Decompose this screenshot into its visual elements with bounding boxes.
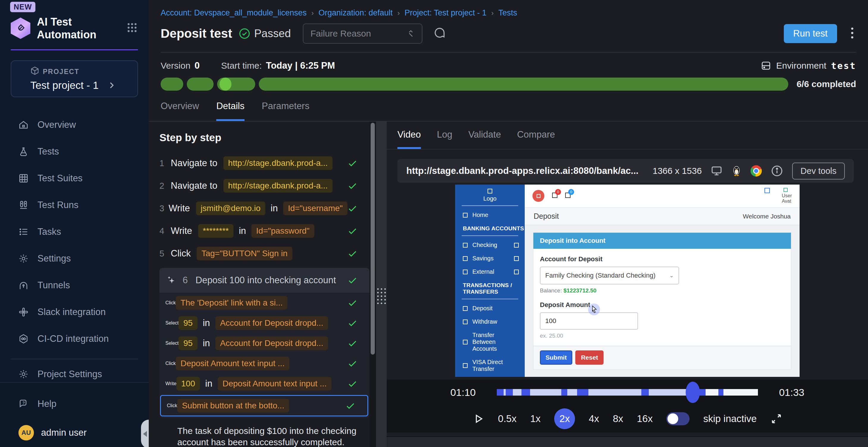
progress-segment[interactable] [217,77,255,91]
tab-validate[interactable]: Validate [468,129,501,149]
playhead[interactable] [686,382,700,403]
step-row[interactable]: 4 Write ******** in Id="password" [159,220,369,242]
notification-icon[interactable]: 0 [552,193,557,199]
step-row[interactable]: 3 Write jsmith@demo.io in Id="username" [159,197,369,220]
project-name: Test project - 1 [30,79,99,91]
step-value-chip[interactable]: ******** [198,224,234,238]
panel-resize-handle[interactable] [376,122,387,447]
sidebar-item-settings[interactable]: Settings [0,245,149,272]
sidebar-item-tunnels[interactable]: Tunnels [0,272,149,299]
comment-bubble-icon[interactable] [433,27,445,40]
sidebar-item-cicd-integration[interactable]: CI-CD integration [0,325,149,352]
substep-row[interactable]: Select 95 in Account for Deposit dropd..… [159,313,369,333]
breadcrumb-account[interactable]: Account: Devspace_all_module_licenses [161,8,307,18]
user-menu[interactable]: AU admin user [0,417,149,441]
step-value-chip[interactable]: jsmith@demo.io [196,202,265,215]
tab-details[interactable]: Details [216,101,245,121]
dev-tools-button[interactable]: Dev tools [792,163,845,179]
breadcrumb-organization[interactable]: Organization: default [318,8,393,18]
settings-icon[interactable] [765,188,770,195]
substep-row[interactable]: Click Deposit Amount text input ... [159,353,369,374]
bank-nav-withdraw[interactable]: Withdraw [455,315,525,329]
step-selector-chip[interactable]: Account for Deposit dropd... [215,337,328,350]
play-icon[interactable] [472,413,484,425]
speed-4x[interactable]: 4x [589,413,599,424]
step-selector-chip[interactable]: Id="username" [283,202,347,215]
sidebar-item-overview[interactable]: Overview [0,111,149,138]
breadcrumb-tests[interactable]: Tests [499,8,517,18]
account-select[interactable]: Family Checking (Standard Checking) ⌄ [540,267,679,284]
steps-scrollbar[interactable] [369,122,376,447]
step-selector-chip[interactable]: Submit button at the botto... [177,399,289,413]
speed-16x[interactable]: 16x [637,413,653,424]
substep-row-selected[interactable]: Click Submit button at the botto... [160,395,368,416]
step-value-chip[interactable]: http://stage.dbank.prod-a... [223,179,333,193]
speed-0-5x[interactable]: 0.5x [498,413,517,424]
step-row[interactable]: 5 Click Tag="BUTTON" Sign in [159,242,369,265]
user-avatar-broken[interactable]: User Avat [782,188,792,204]
bank-nav-savings[interactable]: Savings [455,252,525,265]
deposit-amount-input[interactable]: 100 [540,312,638,330]
sidebar-item-slack-integration[interactable]: Slack integration [0,299,149,325]
tab-overview[interactable]: Overview [161,101,199,121]
progress-segment[interactable] [161,77,183,91]
speed-2x[interactable]: 2x [554,408,575,429]
substep-row[interactable]: Select 95 in Account for Deposit dropd..… [159,333,369,353]
bank-nav-visa[interactable]: VISA Direct Transfer [455,355,525,376]
scrollbar-thumb[interactable] [371,123,375,354]
step-selector-chip[interactable]: Deposit Amount text input ... [176,357,289,370]
sidebar-item-tasks[interactable]: Tasks [0,218,149,245]
substep-row[interactable]: Click The 'Deposit' link with a si... [159,293,369,313]
select-carets-icon [407,29,415,38]
step-value-chip[interactable]: 95 [179,337,197,350]
help-button[interactable]: ? Help [0,390,149,417]
bank-nav-deposit[interactable]: Deposit [455,302,525,315]
sidebar-collapse-handle[interactable] [141,420,149,447]
sidebar-item-test-suites[interactable]: Test Suites [0,165,149,192]
tab-log[interactable]: Log [437,129,453,149]
progress-segment[interactable] [259,77,788,91]
speed-8x[interactable]: 8x [613,413,623,424]
tab-parameters[interactable]: Parameters [262,101,309,121]
breadcrumb-project[interactable]: Project: Test project - 1 [405,8,487,18]
message-icon[interactable]: 0 [565,193,570,199]
step-selector-chip[interactable]: The 'Deposit' link with a si... [176,296,288,310]
fullscreen-icon[interactable] [770,413,782,425]
sidebar-item-test-runs[interactable]: Test Runs [0,192,149,218]
submit-button[interactable]: Submit [540,350,572,365]
substep-row[interactable]: Write 100 in Deposit Amount text input .… [159,374,369,394]
seek-track[interactable] [497,389,758,396]
bank-section-header: BANKING ACCOUNTS [455,222,525,233]
step-selector-chip[interactable]: Tag="BUTTON" Sign in [197,247,292,260]
step-group-header[interactable]: 6 Deposit 100 into checking account [159,268,369,293]
bank-nav-mastercard[interactable]: Mastercard Direct Transfer [455,376,525,377]
apps-grid-icon[interactable] [126,22,138,35]
bank-nav-transfer[interactable]: Transfer Between Accounts [455,329,525,355]
sidebar-item-project-settings[interactable]: Project Settings [0,366,149,382]
progress-segment[interactable] [187,77,214,91]
skip-inactive-toggle[interactable] [666,412,689,425]
bank-nav-checking[interactable]: Checking [455,238,525,252]
step-selector-chip[interactable]: Id="password" [251,224,314,238]
step-value-chip[interactable]: 100 [176,377,200,390]
tab-video[interactable]: Video [397,129,421,149]
step-selector-chip[interactable]: Account for Deposit dropd... [215,316,328,330]
speed-1x[interactable]: 1x [530,413,540,424]
sidebar-item-tests[interactable]: Tests [0,138,149,165]
session-url[interactable]: http://stage.dbank.prod-apps.relicx.ai:8… [406,166,638,176]
step-row[interactable]: 1 Navigate to http://stage.dbank.prod-a.… [159,152,369,174]
info-icon[interactable] [771,165,783,177]
step-value-chip[interactable]: http://stage.dbank.prod-a... [223,156,333,170]
step-value-chip[interactable]: 95 [179,316,197,330]
bank-nav-external[interactable]: External [455,265,525,278]
step-selector-chip[interactable]: Deposit Amount text input ... [218,377,331,390]
tab-compare[interactable]: Compare [517,129,555,149]
bank-nav-home[interactable]: Home [455,208,525,222]
video-stage[interactable]: Logo Home BANKING ACCOUNTS Che [387,183,868,380]
step-row[interactable]: 2 Navigate to http://stage.dbank.prod-a.… [159,174,369,197]
run-test-button[interactable]: Run test [784,24,837,43]
kebab-menu-icon[interactable] [850,27,854,41]
failure-reason-select[interactable]: Failure Reason [303,24,423,44]
reset-button[interactable]: Reset [575,350,603,365]
project-selector[interactable]: PROJECT Test project - 1 [11,60,138,97]
